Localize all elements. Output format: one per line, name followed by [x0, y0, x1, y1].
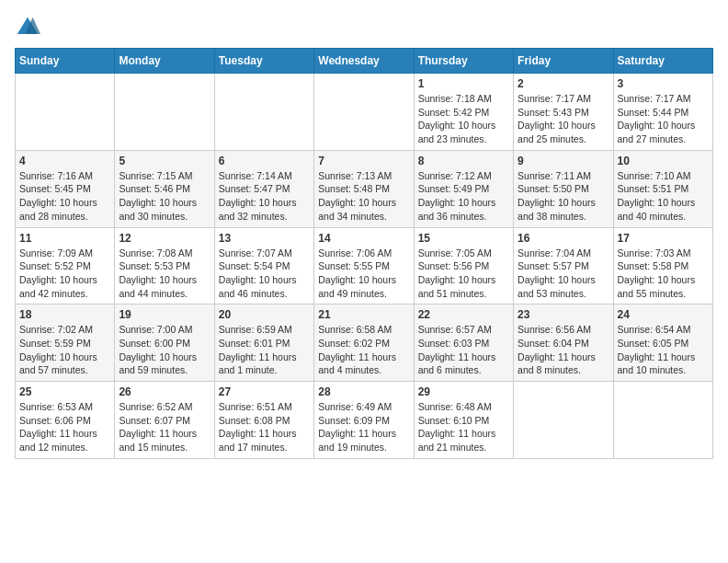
day-info: Sunrise: 7:14 AM Sunset: 5:47 PM Dayligh… [219, 169, 310, 224]
day-number: 8 [418, 155, 509, 167]
calendar-cell: 12Sunrise: 7:08 AM Sunset: 5:53 PM Dayli… [115, 227, 214, 304]
calendar-cell [16, 74, 115, 151]
day-info: Sunrise: 6:56 AM Sunset: 6:04 PM Dayligh… [518, 323, 609, 377]
calendar-cell: 25Sunrise: 6:53 AM Sunset: 6:06 PM Dayli… [16, 382, 115, 459]
calendar-cell: 16Sunrise: 7:04 AM Sunset: 5:57 PM Dayli… [514, 227, 613, 304]
day-number: 20 [219, 308, 310, 321]
day-info: Sunrise: 7:06 AM Sunset: 5:55 PM Dayligh… [318, 247, 409, 301]
day-info: Sunrise: 7:08 AM Sunset: 5:53 PM Dayligh… [119, 247, 210, 301]
day-number: 14 [318, 232, 409, 245]
calendar-cell: 15Sunrise: 7:05 AM Sunset: 5:56 PM Dayli… [414, 227, 513, 304]
calendar-cell [314, 74, 414, 151]
calendar-cell: 5Sunrise: 7:15 AM Sunset: 5:46 PM Daylig… [115, 150, 214, 227]
day-number: 29 [418, 385, 509, 398]
day-info: Sunrise: 7:17 AM Sunset: 5:43 PM Dayligh… [518, 92, 609, 146]
column-header-thursday: Thursday [414, 49, 513, 74]
day-number: 23 [518, 308, 609, 321]
column-header-friday: Friday [514, 49, 613, 74]
calendar-cell: 11Sunrise: 7:09 AM Sunset: 5:52 PM Dayli… [16, 227, 115, 304]
page-header [15, 15, 713, 40]
calendar-cell: 20Sunrise: 6:59 AM Sunset: 6:01 PM Dayli… [214, 304, 313, 382]
day-number: 7 [318, 155, 409, 167]
calendar-cell: 3Sunrise: 7:17 AM Sunset: 5:44 PM Daylig… [613, 74, 712, 151]
calendar-cell: 19Sunrise: 7:00 AM Sunset: 6:00 PM Dayli… [115, 304, 214, 382]
day-info: Sunrise: 7:04 AM Sunset: 5:57 PM Dayligh… [518, 247, 609, 301]
day-number: 17 [618, 232, 709, 245]
day-info: Sunrise: 7:11 AM Sunset: 5:50 PM Dayligh… [518, 169, 609, 224]
calendar-week-row: 11Sunrise: 7:09 AM Sunset: 5:52 PM Dayli… [16, 227, 713, 304]
day-number: 26 [119, 385, 210, 398]
calendar-cell: 1Sunrise: 7:18 AM Sunset: 5:42 PM Daylig… [414, 74, 513, 151]
day-info: Sunrise: 7:03 AM Sunset: 5:58 PM Dayligh… [618, 247, 709, 301]
day-info: Sunrise: 6:59 AM Sunset: 6:01 PM Dayligh… [219, 323, 310, 377]
day-number: 24 [618, 308, 709, 321]
logo [15, 15, 44, 40]
calendar-cell: 22Sunrise: 6:57 AM Sunset: 6:03 PM Dayli… [414, 304, 513, 382]
calendar-cell: 14Sunrise: 7:06 AM Sunset: 5:55 PM Dayli… [314, 227, 414, 304]
logo-icon [15, 15, 40, 40]
calendar-cell: 10Sunrise: 7:10 AM Sunset: 5:51 PM Dayli… [613, 150, 712, 227]
day-number: 5 [119, 155, 210, 167]
day-number: 15 [418, 232, 509, 245]
day-number: 2 [518, 77, 609, 90]
calendar-cell: 2Sunrise: 7:17 AM Sunset: 5:43 PM Daylig… [514, 74, 613, 151]
column-header-monday: Monday [115, 49, 214, 74]
day-info: Sunrise: 7:13 AM Sunset: 5:48 PM Dayligh… [318, 169, 409, 224]
calendar-cell: 21Sunrise: 6:58 AM Sunset: 6:02 PM Dayli… [314, 304, 414, 382]
day-info: Sunrise: 7:10 AM Sunset: 5:51 PM Dayligh… [618, 169, 709, 224]
day-number: 10 [618, 155, 709, 167]
calendar-cell: 8Sunrise: 7:12 AM Sunset: 5:49 PM Daylig… [414, 150, 513, 227]
calendar-cell: 13Sunrise: 7:07 AM Sunset: 5:54 PM Dayli… [214, 227, 313, 304]
day-info: Sunrise: 7:16 AM Sunset: 5:45 PM Dayligh… [19, 169, 110, 224]
calendar-cell: 4Sunrise: 7:16 AM Sunset: 5:45 PM Daylig… [16, 150, 115, 227]
day-info: Sunrise: 7:09 AM Sunset: 5:52 PM Dayligh… [19, 247, 110, 301]
calendar-header-row: SundayMondayTuesdayWednesdayThursdayFrid… [16, 49, 713, 74]
calendar-week-row: 4Sunrise: 7:16 AM Sunset: 5:45 PM Daylig… [16, 150, 713, 227]
day-number: 1 [418, 77, 509, 90]
calendar-cell: 24Sunrise: 6:54 AM Sunset: 6:05 PM Dayli… [613, 304, 712, 382]
column-header-saturday: Saturday [613, 49, 712, 74]
calendar-cell: 7Sunrise: 7:13 AM Sunset: 5:48 PM Daylig… [314, 150, 414, 227]
day-info: Sunrise: 7:02 AM Sunset: 5:59 PM Dayligh… [19, 323, 110, 377]
calendar-week-row: 1Sunrise: 7:18 AM Sunset: 5:42 PM Daylig… [16, 74, 713, 151]
day-info: Sunrise: 7:12 AM Sunset: 5:49 PM Dayligh… [418, 169, 509, 224]
column-header-tuesday: Tuesday [214, 49, 313, 74]
day-info: Sunrise: 6:54 AM Sunset: 6:05 PM Dayligh… [618, 323, 709, 377]
calendar-cell [115, 74, 214, 151]
day-number: 18 [19, 308, 110, 321]
day-number: 6 [219, 155, 310, 167]
day-number: 16 [518, 232, 609, 245]
day-info: Sunrise: 7:00 AM Sunset: 6:00 PM Dayligh… [119, 323, 210, 377]
day-number: 28 [318, 385, 409, 398]
calendar-cell: 6Sunrise: 7:14 AM Sunset: 5:47 PM Daylig… [214, 150, 313, 227]
day-number: 4 [19, 155, 110, 167]
calendar-week-row: 18Sunrise: 7:02 AM Sunset: 5:59 PM Dayli… [16, 304, 713, 382]
day-info: Sunrise: 6:52 AM Sunset: 6:07 PM Dayligh… [119, 400, 210, 454]
calendar-cell: 9Sunrise: 7:11 AM Sunset: 5:50 PM Daylig… [514, 150, 613, 227]
day-number: 11 [19, 232, 110, 245]
day-info: Sunrise: 6:58 AM Sunset: 6:02 PM Dayligh… [318, 323, 409, 377]
calendar-cell [613, 382, 712, 459]
day-info: Sunrise: 7:17 AM Sunset: 5:44 PM Dayligh… [618, 92, 709, 146]
column-header-wednesday: Wednesday [314, 49, 414, 74]
day-info: Sunrise: 7:15 AM Sunset: 5:46 PM Dayligh… [119, 169, 210, 224]
day-info: Sunrise: 7:05 AM Sunset: 5:56 PM Dayligh… [418, 247, 509, 301]
day-info: Sunrise: 7:18 AM Sunset: 5:42 PM Dayligh… [418, 92, 509, 146]
day-number: 9 [518, 155, 609, 167]
day-number: 21 [318, 308, 409, 321]
calendar-cell: 28Sunrise: 6:49 AM Sunset: 6:09 PM Dayli… [314, 382, 414, 459]
day-number: 25 [19, 385, 110, 398]
day-info: Sunrise: 6:49 AM Sunset: 6:09 PM Dayligh… [318, 400, 409, 454]
calendar-cell: 18Sunrise: 7:02 AM Sunset: 5:59 PM Dayli… [16, 304, 115, 382]
calendar-cell: 17Sunrise: 7:03 AM Sunset: 5:58 PM Dayli… [613, 227, 712, 304]
day-info: Sunrise: 6:57 AM Sunset: 6:03 PM Dayligh… [418, 323, 509, 377]
day-info: Sunrise: 6:51 AM Sunset: 6:08 PM Dayligh… [219, 400, 310, 454]
day-info: Sunrise: 6:48 AM Sunset: 6:10 PM Dayligh… [418, 400, 509, 454]
day-number: 12 [119, 232, 210, 245]
calendar-cell: 23Sunrise: 6:56 AM Sunset: 6:04 PM Dayli… [514, 304, 613, 382]
day-number: 19 [119, 308, 210, 321]
calendar-cell: 29Sunrise: 6:48 AM Sunset: 6:10 PM Dayli… [414, 382, 513, 459]
calendar-table: SundayMondayTuesdayWednesdayThursdayFrid… [15, 48, 713, 459]
calendar-cell: 27Sunrise: 6:51 AM Sunset: 6:08 PM Dayli… [214, 382, 313, 459]
calendar-cell [214, 74, 313, 151]
